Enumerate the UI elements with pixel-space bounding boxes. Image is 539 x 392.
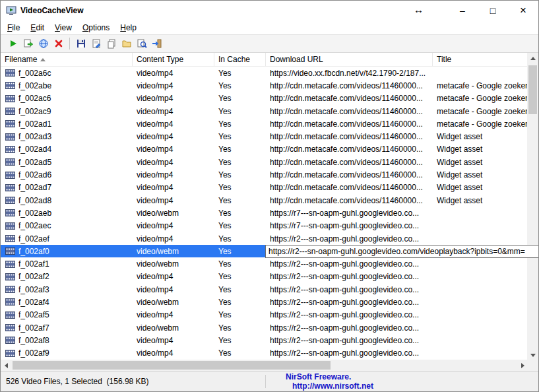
- column-header-download-url[interactable]: Download URL: [266, 53, 433, 66]
- table-row[interactable]: f_002aefvideo/mp4Yeshttps://r2---sn-oapm…: [1, 232, 528, 245]
- title-cell: metacafe - Google zoeken: [433, 105, 528, 117]
- filename-cell: f_002ad3: [1, 130, 133, 143]
- find-button[interactable]: [134, 36, 149, 51]
- table-row[interactable]: f_002af3video/mp4Yeshttps://r2---sn-oapm…: [1, 283, 528, 296]
- status-file-count: 526 Video Files, 1 Selected (156.98 KB): [1, 377, 265, 386]
- table-row[interactable]: f_002af4video/webmYeshttps://r2---sn-oap…: [1, 296, 528, 308]
- in-cache-cell: Yes: [214, 117, 266, 130]
- status-nirsoft: NirSoft Freeware. http://www.nirsoft.net: [266, 363, 373, 392]
- copy-button[interactable]: [104, 36, 119, 51]
- table-row[interactable]: f_002aecvideo/mp4Yeshttps://r7---sn-oapm…: [1, 220, 528, 232]
- column-header-title[interactable]: Title: [433, 53, 528, 66]
- in-cache-cell: Yes: [214, 245, 266, 257]
- copy-files-button[interactable]: [20, 36, 36, 51]
- filmstrip-icon: [5, 273, 15, 280]
- table-row[interactable]: f_002ad6video/mp4Yeshttp://cdn.metacafe.…: [1, 168, 528, 181]
- close-button[interactable]: ×: [508, 1, 538, 20]
- table-row[interactable]: f_002ad5video/mp4Yeshttp://cdn.metacafe.…: [1, 156, 528, 168]
- title-cell: [433, 207, 528, 219]
- in-cache-cell: Yes: [214, 181, 266, 194]
- table-row[interactable]: f_002abevideo/mp4Yeshttp://cdn.metacafe.…: [1, 79, 528, 92]
- report-icon: [91, 38, 102, 49]
- table-row[interactable]: f_002ac9video/mp4Yeshttp://cdn.metacafe.…: [1, 105, 528, 117]
- scroll-up-button[interactable]: [527, 53, 538, 64]
- menu-options[interactable]: Options: [77, 21, 115, 34]
- toolbar: [1, 34, 538, 53]
- table-row[interactable]: f_002ad1video/mp4Yeshttp://cdn.metacafe.…: [1, 117, 528, 130]
- filmstrip-icon: [5, 235, 15, 242]
- vertical-scroll-thumb[interactable]: [528, 65, 537, 114]
- filename-cell: f_002ac6: [1, 92, 133, 105]
- nirsoft-brand-label: NirSoft Freeware.: [286, 372, 351, 381]
- filename-cell: f_002af3: [1, 283, 133, 296]
- table-row[interactable]: f_002af8video/mp4Yeshttps://r2---sn-oapm…: [1, 334, 528, 346]
- filename-cell: f_002af8: [1, 334, 133, 346]
- filename-cell: f_002ad1: [1, 117, 133, 130]
- title-cell: metacafe - Google zoeken: [433, 117, 528, 130]
- content-type-cell: video/mp4: [133, 143, 214, 156]
- filmstrip-icon: [5, 247, 15, 255]
- table-row[interactable]: f_002af9video/mp4Yeshttps://r2---sn-oapm…: [1, 347, 528, 360]
- table-row[interactable]: f_002af2video/mp4Yeshttps://r2---sn-oapm…: [1, 271, 528, 283]
- title-cell: [433, 283, 528, 296]
- scroll-left-button[interactable]: [1, 360, 12, 371]
- table-row[interactable]: f_002a6cvideo/mp4Yeshttps://video.xx.fbc…: [1, 67, 528, 79]
- content-type-cell: video/mp4: [133, 105, 214, 117]
- report-button[interactable]: [88, 36, 104, 51]
- play-icon: [8, 38, 18, 49]
- menu-file[interactable]: File: [2, 21, 25, 34]
- in-cache-cell: Yes: [214, 296, 266, 308]
- minimize-button[interactable]: –: [447, 1, 478, 20]
- table-row[interactable]: f_002ad8video/mp4Yeshttp://cdn.metacafe.…: [1, 194, 528, 207]
- table-row[interactable]: f_002ac6video/mp4Yeshttp://cdn.metacafe.…: [1, 92, 528, 105]
- horizontal-scrollbar[interactable]: [1, 360, 528, 371]
- table-row[interactable]: f_002ad3video/mp4Yeshttp://cdn.metacafe.…: [1, 130, 528, 143]
- open-in-browser-button[interactable]: [36, 36, 51, 51]
- content-type-cell: video/mp4: [133, 130, 214, 143]
- arrow-down-icon: [530, 354, 536, 357]
- filename-cell: f_002af2: [1, 271, 133, 283]
- arrow-up-icon: [530, 57, 536, 60]
- menu-help[interactable]: Help: [115, 21, 142, 34]
- title-cell: [433, 347, 528, 360]
- vertical-scrollbar[interactable]: [527, 53, 538, 361]
- exit-button[interactable]: [149, 36, 164, 51]
- filmstrip-icon: [5, 120, 15, 127]
- content-type-cell: video/mp4: [133, 156, 214, 168]
- table-row[interactable]: f_002af1video/webmYeshttps://r2---sn-oap…: [1, 257, 528, 270]
- column-header-in-cache[interactable]: In Cache: [214, 53, 266, 66]
- filename-cell: f_002ad8: [1, 194, 133, 207]
- file-list: FilenameContent TypeIn CacheDownload URL…: [1, 53, 528, 361]
- in-cache-cell: Yes: [214, 156, 266, 168]
- open-folder-button[interactable]: [119, 36, 134, 51]
- menu-bar: FileEditViewOptionsHelp: [1, 20, 538, 34]
- download-url-cell: https://r2---sn-oapm-guhl.googlevideo.co…: [266, 296, 433, 308]
- find-icon: [137, 38, 147, 49]
- title-cell: [433, 271, 528, 283]
- table-row[interactable]: f_002af5video/mp4Yeshttps://r2---sn-oapm…: [1, 309, 528, 321]
- caption-buttons: – □ ×: [447, 1, 538, 20]
- download-url-cell: http://cdn.metacafe.com/videos/11460000.…: [266, 168, 433, 181]
- download-url-cell: https://r2---sn-oapm-guhl.googlevideo.co…: [266, 283, 433, 296]
- table-row[interactable]: f_002ad7video/mp4Yeshttp://cdn.metacafe.…: [1, 181, 528, 194]
- table-row[interactable]: f_002ad4video/mp4Yeshttp://cdn.metacafe.…: [1, 143, 528, 156]
- nirsoft-url-link[interactable]: http://www.nirsoft.net: [292, 381, 373, 391]
- menu-edit[interactable]: Edit: [25, 21, 49, 34]
- save-button[interactable]: [73, 36, 88, 51]
- title-bar[interactable]: VideoCacheView ↔ – □ ×: [1, 1, 538, 20]
- download-url-cell: http://cdn.metacafe.com/videos/11460000.…: [266, 156, 433, 168]
- play-button[interactable]: [5, 36, 20, 51]
- download-url-cell: http://cdn.metacafe.com/videos/11460000.…: [266, 79, 433, 92]
- table-row[interactable]: f_002aebvideo/webmYeshttps://r7---sn-oap…: [1, 207, 528, 219]
- delete-button[interactable]: [51, 36, 66, 51]
- maximize-button[interactable]: □: [478, 1, 508, 20]
- table-row[interactable]: f_002af7video/webmYeshttps://r2---sn-oap…: [1, 321, 528, 334]
- column-header-filename[interactable]: Filename: [1, 53, 133, 66]
- menu-view[interactable]: View: [49, 21, 77, 34]
- in-cache-cell: Yes: [214, 92, 266, 105]
- title-cell: [433, 220, 528, 232]
- content-type-cell: video/mp4: [133, 309, 214, 321]
- column-header-content-type[interactable]: Content Type: [133, 53, 214, 66]
- filmstrip-icon: [5, 172, 15, 179]
- filmstrip-icon: [5, 184, 15, 191]
